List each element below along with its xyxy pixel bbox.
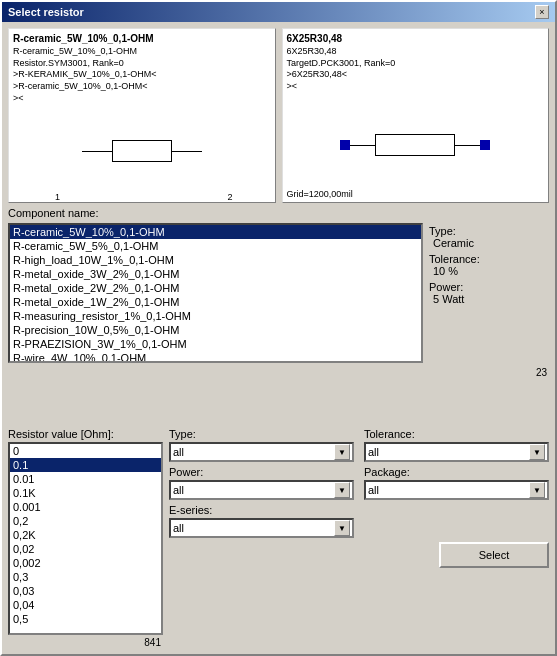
eseries-filter-label: E-series:	[169, 504, 354, 516]
component-list[interactable]: R-ceramic_5W_10%_0,1-OHM R-ceramic_5W_5%…	[8, 223, 423, 363]
power-info: Power: 5 Watt	[429, 281, 549, 305]
power-filter-group: Power: all ▼	[169, 466, 354, 500]
right-preview-panel: 6X25R30,48 6X25R30,48 TargetD.PCK3001, R…	[282, 28, 550, 203]
val-item[interactable]: 0.01	[10, 472, 161, 486]
eseries-dropdown[interactable]: all ▼	[169, 518, 354, 538]
right-preview-info: 6X25R30,48 TargetD.PCK3001, Rank=0 >6X25…	[287, 46, 545, 93]
tolerance-label: Tolerance:	[429, 253, 549, 265]
resistor-symbol-right	[340, 134, 490, 156]
tolerance-dropdown-arrow[interactable]: ▼	[529, 444, 545, 460]
type-label: Type:	[429, 225, 549, 237]
component-list-row: R-ceramic_5W_10%_0,1-OHM R-ceramic_5W_5%…	[8, 223, 549, 363]
resistor-value-label: Resistor value [Ohm]:	[8, 428, 163, 440]
component-name-section: Component name:	[8, 207, 549, 219]
list-item[interactable]: R-wire_4W_10%_0,1-OHM	[10, 351, 421, 363]
power-dropdown-arrow[interactable]: ▼	[334, 482, 350, 498]
grid-label: Grid=1200,00mil	[287, 189, 353, 199]
type-dropdown-value: all	[173, 446, 184, 458]
list-item[interactable]: R-measuring_resistor_1%_0,1-OHM	[10, 309, 421, 323]
resistor-value-list[interactable]: 0 0.1 0.01 0.1K 0.001 0,2 0,2K 0,02 0,00…	[8, 442, 163, 635]
resistor-symbol-left	[82, 140, 202, 162]
type-info: Type: Ceramic	[429, 225, 549, 249]
list-item[interactable]: R-PRAEZISION_3W_1%_0,1-OHM	[10, 337, 421, 351]
eseries-dropdown-arrow[interactable]: ▼	[334, 520, 350, 536]
list-item[interactable]: R-metal_oxide_2W_2%_0,1-OHM	[10, 281, 421, 295]
main-window: Select resistor × R-ceramic_5W_10%_0,1-O…	[0, 0, 557, 656]
list-item[interactable]: R-metal_oxide_1W_2%_0,1-OHM	[10, 295, 421, 309]
val-item[interactable]: 0	[10, 444, 161, 458]
package-filter-group: Package: all ▼	[364, 466, 549, 500]
tolerance-value: 10 %	[433, 265, 549, 277]
package-dropdown[interactable]: all ▼	[364, 480, 549, 500]
tolerance-info: Tolerance: 10 %	[429, 253, 549, 277]
close-button[interactable]: ×	[535, 5, 549, 19]
type-value: Ceramic	[433, 237, 549, 249]
select-button[interactable]: Select	[439, 542, 549, 568]
select-btn-container: Select	[169, 542, 549, 568]
val-item[interactable]: 0,002	[10, 556, 161, 570]
window-title: Select resistor	[8, 6, 84, 18]
component-name-label: Component name:	[8, 207, 549, 219]
val-item[interactable]: 0,2K	[10, 528, 161, 542]
type-filter-label: Type:	[169, 428, 354, 440]
val-item[interactable]: 0.1K	[10, 486, 161, 500]
power-dropdown-value: all	[173, 484, 184, 496]
left-preview-info: R-ceramic_5W_10%_0,1-OHM Resistor.SYM300…	[13, 46, 271, 104]
power-dropdown[interactable]: all ▼	[169, 480, 354, 500]
left-preview-panel: R-ceramic_5W_10%_0,1-OHM R-ceramic_5W_10…	[8, 28, 276, 203]
val-item[interactable]: 0.001	[10, 500, 161, 514]
window-content: R-ceramic_5W_10%_0,1-OHM R-ceramic_5W_10…	[2, 22, 555, 654]
type-dropdown[interactable]: all ▼	[169, 442, 354, 462]
component-count: 23	[8, 367, 549, 378]
val-item[interactable]: 0,2	[10, 514, 161, 528]
tolerance-filter-label: Tolerance:	[364, 428, 549, 440]
side-info: Type: Ceramic Tolerance: 10 % Power: 5 W…	[429, 223, 549, 363]
list-item[interactable]: R-ceramic_5W_10%_0,1-OHM	[10, 225, 421, 239]
type-dropdown-arrow[interactable]: ▼	[334, 444, 350, 460]
eseries-filter-group: E-series: all ▼	[169, 504, 354, 538]
power-value: 5 Watt	[433, 293, 549, 305]
tolerance-dropdown[interactable]: all ▼	[364, 442, 549, 462]
power-filter-label: Power:	[169, 466, 354, 478]
type-filter-group: Type: all ▼	[169, 428, 354, 462]
main-section: Component name: R-ceramic_5W_10%_0,1-OHM…	[8, 207, 549, 424]
left-symbol-area: 1 2	[13, 104, 271, 198]
list-item[interactable]: R-metal_oxide_3W_2%_0,1-OHM	[10, 267, 421, 281]
resistor-body	[112, 140, 172, 162]
left-preview-title: R-ceramic_5W_10%_0,1-OHM	[13, 33, 271, 44]
tolerance-dropdown-value: all	[368, 446, 379, 458]
val-item[interactable]: 0,04	[10, 598, 161, 612]
val-item[interactable]: 0,03	[10, 584, 161, 598]
val-item[interactable]: 0,5	[10, 612, 161, 626]
package-dropdown-arrow[interactable]: ▼	[529, 482, 545, 498]
package-dropdown-value: all	[368, 484, 379, 496]
list-item[interactable]: R-high_load_10W_1%_0,1-OHM	[10, 253, 421, 267]
filters-section: Type: all ▼ Tolerance: all ▼	[169, 428, 549, 648]
val-item[interactable]: 0.1	[10, 458, 161, 472]
resistor-value-section: Resistor value [Ohm]: 0 0.1 0.01 0.1K 0.…	[8, 428, 163, 648]
right-resistor-body	[375, 134, 455, 156]
right-preview-title: 6X25R30,48	[287, 33, 545, 44]
title-bar: Select resistor ×	[2, 2, 555, 22]
eseries-dropdown-value: all	[173, 522, 184, 534]
left-wire	[82, 151, 112, 152]
val-item[interactable]: 0,02	[10, 542, 161, 556]
val-item[interactable]: 0,3	[10, 570, 161, 584]
filters-and-button: Type: all ▼ Tolerance: all ▼	[169, 428, 549, 648]
right-symbol-area	[287, 93, 545, 198]
tolerance-filter-group: Tolerance: all ▼	[364, 428, 549, 462]
pin2-label: 2	[227, 192, 232, 202]
right-connector-line	[455, 145, 480, 146]
preview-row: R-ceramic_5W_10%_0,1-OHM R-ceramic_5W_10…	[8, 28, 549, 203]
left-connector-line	[350, 145, 375, 146]
power-label: Power:	[429, 281, 549, 293]
package-filter-label: Package:	[364, 466, 549, 478]
bottom-section: Resistor value [Ohm]: 0 0.1 0.01 0.1K 0.…	[8, 428, 549, 648]
value-count: 841	[8, 637, 163, 648]
pin1-label: 1	[55, 192, 60, 202]
right-wire	[172, 151, 202, 152]
list-item[interactable]: R-precision_10W_0,5%_0,1-OHM	[10, 323, 421, 337]
left-pin-square	[340, 140, 350, 150]
list-item[interactable]: R-ceramic_5W_5%_0,1-OHM	[10, 239, 421, 253]
right-pin-square	[480, 140, 490, 150]
